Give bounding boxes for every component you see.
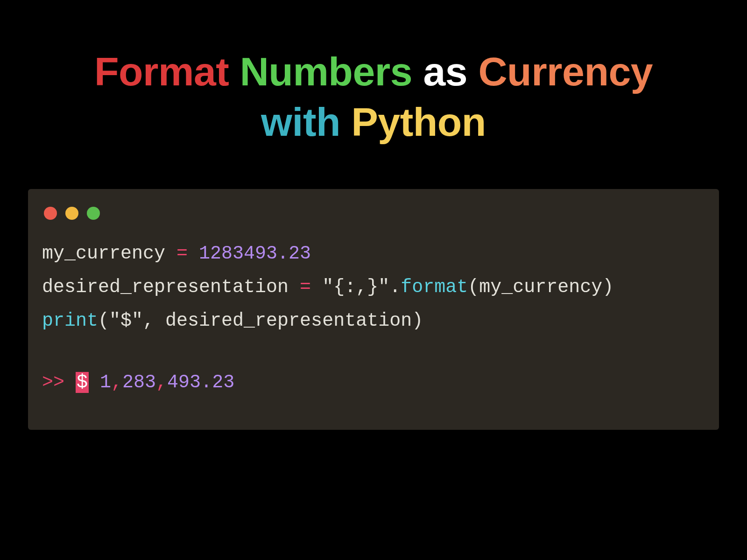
- output-comma-1: ,: [111, 372, 122, 393]
- code-blank-line: [42, 345, 705, 373]
- window-traffic-lights: [44, 207, 705, 220]
- code-line-3: print("$", desired_representation): [42, 311, 705, 331]
- code-var-my-currency: my_currency: [42, 243, 176, 264]
- output-prompt: >>: [42, 372, 76, 393]
- code-op-eq: =: [300, 277, 311, 298]
- code-line-2: desired_representation = "{:,}".format(m…: [42, 278, 705, 297]
- heading-word-with: with: [261, 99, 340, 144]
- window-minimize-icon: [65, 207, 78, 220]
- code-op-eq: =: [176, 243, 188, 264]
- code-dot: .: [389, 277, 401, 298]
- code-window: my_currency = 1283493.23 desired_represe…: [28, 189, 719, 430]
- heading-line-2: with Python: [0, 97, 747, 147]
- code-string-dollar: "$": [109, 310, 143, 331]
- heading-word-python: Python: [351, 99, 486, 144]
- code-string-literal: "{:,}": [322, 277, 389, 298]
- heading-word-numbers: Numbers: [240, 49, 412, 94]
- output-line: >> $ 1,283,493.23: [42, 373, 705, 392]
- output-dollar-sign: $: [76, 372, 89, 393]
- page-heading: Format Numbers as Currency with Python: [0, 0, 747, 166]
- window-close-icon: [44, 207, 57, 220]
- output-num-2: 283: [122, 372, 156, 393]
- heading-word-currency: Currency: [479, 49, 653, 94]
- code-rest: , desired_representation): [143, 310, 423, 331]
- code-method-format: format: [401, 277, 468, 298]
- heading-line-1: Format Numbers as Currency: [0, 47, 747, 97]
- output-comma-2: ,: [156, 372, 167, 393]
- code-func-print: print: [42, 310, 98, 331]
- heading-word-as: as: [423, 49, 467, 94]
- code-var-desired: desired_representation: [42, 277, 300, 298]
- window-zoom-icon: [87, 207, 100, 220]
- code-space: [188, 243, 199, 264]
- code-args: (my_currency): [468, 277, 613, 298]
- output-num-1: 1: [100, 372, 111, 393]
- code-paren-open: (: [98, 310, 109, 331]
- heading-word-format: Format: [94, 49, 229, 94]
- output-num-3: 493.23: [167, 372, 234, 393]
- output-space: [89, 372, 100, 393]
- code-number-literal: 1283493.23: [199, 243, 311, 264]
- code-space: [311, 277, 322, 298]
- code-line-1: my_currency = 1283493.23: [42, 244, 705, 264]
